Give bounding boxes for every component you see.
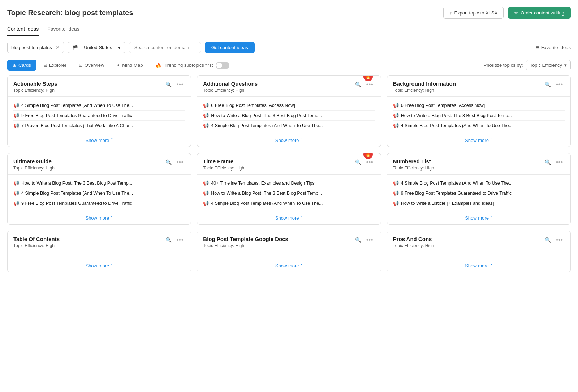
flag-icon: 🏴	[72, 45, 78, 50]
card-more-icon[interactable]: •••	[175, 236, 185, 244]
card-item: 📢 9 Free Blog Post Templates Guaranteed …	[13, 198, 185, 208]
card-items	[8, 252, 191, 259]
show-more-button[interactable]: Show more ˅	[197, 259, 380, 272]
megaphone-icon: 📢	[393, 190, 399, 196]
card-items: 📢 How to Write a Blog Post: The 3 Best B…	[8, 175, 191, 212]
card-item: 📢 4 Simple Blog Post Templates (And When…	[393, 178, 565, 188]
card-efficiency: Topic Efficiency: High	[203, 243, 288, 248]
card-more-icon[interactable]: •••	[365, 81, 375, 89]
cards-label: Cards	[18, 63, 31, 68]
card-item-text: 9 Free Blog Post Templates Guaranteed to…	[21, 201, 132, 206]
card-search-icon[interactable]: 🔍	[354, 81, 363, 88]
card-title: Additional Questions	[203, 81, 258, 87]
show-more-button[interactable]: Show more ˅	[197, 212, 380, 224]
megaphone-icon: 📢	[13, 180, 19, 186]
view-mindmap-button[interactable]: ✦ Mind Map	[111, 60, 148, 71]
card-more-icon[interactable]: •••	[365, 158, 375, 166]
card-header: Blog Post Template Google Docs Topic Eff…	[197, 231, 380, 252]
card-item: 📢 9 Free Blog Post Templates Guaranteed …	[393, 188, 565, 198]
card-item-text: 7 Proven Blog Post Templates (That Work …	[21, 123, 133, 128]
megaphone-icon: 📢	[203, 201, 209, 206]
card-items: 📢 4 Simple Blog Post Templates (And When…	[8, 97, 191, 134]
export-button[interactable]: ↑ Export topic to XLSX	[443, 7, 504, 19]
card-item: 📢 4 Simple Blog Post Templates (And When…	[13, 188, 185, 198]
card-search-icon[interactable]: 🔍	[164, 236, 173, 244]
location-value: United States	[84, 45, 112, 50]
export-label: Export topic to XLSX	[454, 10, 497, 16]
domain-search-input[interactable]	[129, 42, 201, 53]
card-title: Blog Post Template Google Docs	[203, 236, 288, 242]
card-items	[387, 252, 570, 259]
card-search-icon[interactable]: 🔍	[354, 236, 363, 244]
megaphone-icon: 📢	[393, 180, 399, 186]
card-search-icon[interactable]: 🔍	[543, 81, 552, 88]
tab-content-ideas[interactable]: Content Ideas	[7, 22, 39, 36]
card-efficiency: Topic Efficiency: High	[393, 88, 456, 93]
view-cards-button[interactable]: ⊞ Cards	[7, 60, 36, 71]
card-header: Additional Questions Topic Efficiency: H…	[197, 76, 380, 96]
show-more-button[interactable]: Show more ˅	[387, 259, 570, 272]
card-search-icon[interactable]: 🔍	[164, 81, 173, 88]
keyword-remove-button[interactable]: ✕	[56, 44, 60, 50]
card-header: Table Of Contents Topic Efficiency: High…	[8, 231, 191, 252]
prioritize-section: Prioritize topics by: Topic Efficiency ▾	[484, 60, 571, 70]
show-more-button[interactable]: Show more ˅	[8, 212, 191, 224]
favorite-ideas-link[interactable]: ≡ Favorite Ideas	[536, 44, 571, 50]
title-topic: blog post templates	[65, 9, 133, 17]
card-item: 📢 How to Write a Blog Post: The 3 Best B…	[13, 178, 185, 188]
card-more-icon[interactable]: •••	[175, 158, 185, 166]
priority-dropdown[interactable]: Topic Efficiency ▾	[526, 60, 571, 70]
show-more-button[interactable]: Show more ˅	[387, 212, 570, 224]
view-explorer-button[interactable]: ⊟ Explorer	[38, 60, 72, 71]
card-header: Numbered List Topic Efficiency: High 🔍 •…	[387, 153, 570, 174]
card-search-icon[interactable]: 🔍	[164, 159, 173, 166]
card-item-text: How to Write a Blog Post: The 3 Best Blo…	[211, 191, 322, 196]
card-more-icon[interactable]: •••	[365, 236, 375, 244]
card-item: 📢 How to Write a Blog Post: The 3 Best B…	[203, 188, 375, 198]
card-actionable-steps: Actionable Steps Topic Efficiency: High …	[7, 75, 191, 147]
tab-favorite-ideas[interactable]: Favorite Ideas	[47, 22, 79, 36]
explorer-icon: ⊟	[43, 63, 47, 68]
location-dropdown[interactable]: 🏴 United States ▾	[68, 42, 125, 53]
page-title: Topic Research: blog post templates	[7, 9, 133, 17]
card-items: 📢 4 Simple Blog Post Templates (And When…	[387, 175, 570, 212]
show-more-button[interactable]: Show more ˅	[8, 259, 191, 272]
show-more-button[interactable]: Show more ˅	[197, 134, 380, 147]
card-ultimate-guide: Ultimate Guide Topic Efficiency: High 🔍 …	[7, 153, 191, 225]
fire-icon: 🔥	[155, 63, 161, 68]
get-ideas-button[interactable]: Get content ideas	[205, 42, 255, 53]
card-efficiency: Topic Efficiency: High	[13, 165, 55, 171]
card-search-icon[interactable]: 🔍	[543, 159, 552, 166]
priority-chevron-icon: ▾	[564, 63, 567, 68]
card-item-text: How to Write a Blog Post: The 3 Best Blo…	[21, 181, 132, 186]
megaphone-icon: 📢	[13, 201, 19, 206]
card-title: Ultimate Guide	[13, 158, 55, 164]
header-actions: ↑ Export topic to XLSX ✏ Order content w…	[443, 7, 571, 19]
card-search-icon[interactable]: 🔍	[354, 159, 363, 166]
card-search-icon[interactable]: 🔍	[543, 236, 552, 244]
order-writing-button[interactable]: ✏ Order content writing	[508, 7, 571, 19]
card-item-text: 4 Simple Blog Post Templates (And When T…	[21, 103, 133, 108]
show-more-button[interactable]: Show more ˅	[8, 134, 191, 147]
upload-icon: ↑	[449, 10, 452, 16]
card-more-icon[interactable]: •••	[555, 158, 565, 166]
megaphone-icon: 📢	[203, 123, 209, 128]
trending-toggle[interactable]	[216, 62, 229, 69]
card-efficiency: Topic Efficiency: High	[13, 88, 57, 93]
keyword-tag[interactable]: blog post templates ✕	[7, 42, 64, 53]
card-item: 📢 How to Write a Blog Post: The 3 Best B…	[203, 111, 375, 121]
card-efficiency: Topic Efficiency: High	[13, 243, 60, 248]
card-item-text: 4 Simple Blog Post Templates (And When T…	[211, 201, 323, 206]
card-more-icon[interactable]: •••	[175, 81, 185, 89]
card-items: 📢 40+ Timeline Templates, Examples and D…	[197, 175, 380, 212]
card-more-icon[interactable]: •••	[555, 81, 565, 89]
card-more-icon[interactable]: •••	[555, 236, 565, 244]
card-item: 📢 4 Simple Blog Post Templates (And When…	[203, 198, 375, 208]
megaphone-icon: 📢	[393, 103, 399, 108]
view-overview-button[interactable]: ⊡ Overview	[73, 60, 109, 71]
card-title: Actionable Steps	[13, 81, 57, 87]
card-item-text: 6 Free Blog Post Templates [Access Now]	[401, 103, 485, 108]
show-more-button[interactable]: Show more ˅	[387, 134, 570, 147]
card-header: Time Frame Topic Efficiency: High 🔍 •••	[197, 153, 380, 174]
card-item: 📢 9 Free Blog Post Templates Guaranteed …	[13, 111, 185, 121]
